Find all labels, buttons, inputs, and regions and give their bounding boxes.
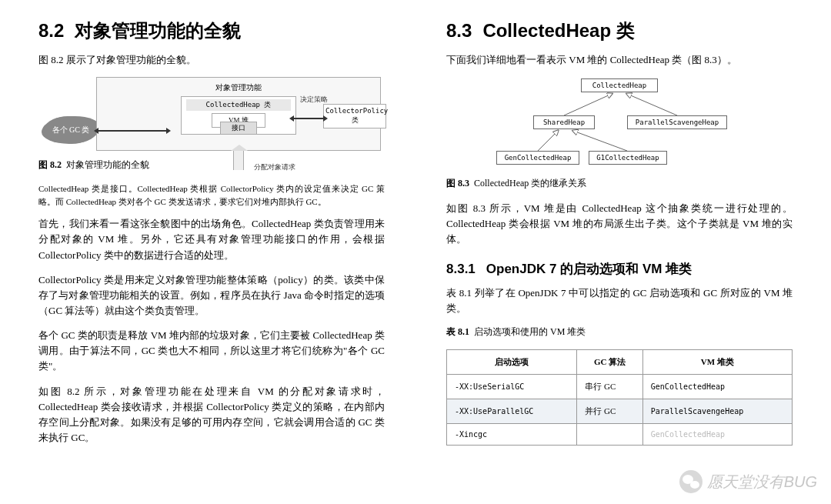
svg-line-3 xyxy=(573,131,627,151)
intro-text: 下面我们详细地看一看表示 VM 堆的 CollectedHeap 类（图 8.3… xyxy=(446,52,793,68)
alloc-request-label: 分配对象请求 xyxy=(254,162,295,172)
svg-line-1 xyxy=(627,94,677,115)
para-4: 如图 8.2 所示，对象管理功能在处理来自 VM 的分配对象请求时，Collec… xyxy=(38,384,385,446)
gc-cloud: 各个 GC 类 xyxy=(44,117,98,143)
collectedheap-box: CollectedHeap 类 VM 堆 接口 xyxy=(181,96,296,135)
watermark-text: 愿天堂没有BUG xyxy=(707,472,817,492)
section-8-2-heading: 8.2对象管理功能的全貌 xyxy=(38,18,385,43)
arrow-up-icon xyxy=(233,150,244,170)
wechat-icon xyxy=(679,470,703,493)
table-8-1: 启动选项 GC 算法 VM 堆类 -XX:UseSerialGC 串行 GC G… xyxy=(446,349,793,446)
arrow-right-icon xyxy=(294,118,323,119)
intro-text: 图 8.2 展示了对象管理功能的全貌。 xyxy=(38,52,385,68)
uml-collectedheap: CollectedHeap xyxy=(581,78,658,92)
object-mgmt-title: 对象管理功能 xyxy=(105,82,372,93)
subsection-number: 8.3.1 xyxy=(446,262,476,276)
left-column: 8.2对象管理功能的全貌 图 8.2 展示了对象管理功能的全貌。 各个 GC 类… xyxy=(23,18,416,455)
collectedheap-title: CollectedHeap 类 xyxy=(186,99,291,111)
figure-8-3: CollectedHeap SharedHeap ParallelScaveng… xyxy=(496,77,743,169)
section-number: 8.2 xyxy=(38,20,64,41)
interface-box: 接口 xyxy=(220,122,257,135)
section-number: 8.3 xyxy=(446,20,472,41)
table-row: -XX:UseParallelGC 并行 GC ParallelScavenge… xyxy=(447,399,793,423)
para-1: 首先，我们来看一看这张全貌图中的出场角色。CollectedHeap 类负责管理… xyxy=(38,216,385,262)
arrow-left-icon xyxy=(98,130,166,132)
uml-sharedheap: SharedHeap xyxy=(533,115,595,129)
uml-g1collectedheap: G1CollectedHeap xyxy=(589,151,667,165)
th-option: 启动选项 xyxy=(447,349,577,374)
table-header-row: 启动选项 GC 算法 VM 堆类 xyxy=(447,349,793,374)
svg-line-0 xyxy=(564,94,612,115)
figure-8-2: 各个 GC 类 在需要时执行 GC 对象管理功能 决定策略 CollectedH… xyxy=(92,77,385,151)
subsection-title: OpenJDK 7 的启动选项和 VM 堆类 xyxy=(486,262,692,276)
subsection-8-3-1-heading: 8.3.1OpenJDK 7 的启动选项和 VM 堆类 xyxy=(446,260,793,278)
small-desc: CollectedHeap 类是接口。CollectedHeap 类根据 Col… xyxy=(38,182,385,209)
table-row: -XX:UseSerialGC 串行 GC GenCollectedHeap xyxy=(447,374,793,399)
para-2: CollectorPolicy 类是用来定义对象管理功能整体策略（policy）… xyxy=(38,272,385,319)
section-title: 对象管理功能的全貌 xyxy=(75,20,241,41)
th-algo: GC 算法 xyxy=(577,349,642,374)
para-r1: 如图 8.3 所示，VM 堆是由 CollectedHeap 这个抽象类统一进行… xyxy=(446,201,793,247)
section-8-3-heading: 8.3CollectedHeap 类 xyxy=(446,18,793,43)
right-column: 8.3CollectedHeap 类 下面我们详细地看一看表示 VM 堆的 Co… xyxy=(416,18,808,455)
figure-8-3-caption: 图 8.3 CollectedHeap 类的继承关系 xyxy=(446,177,793,190)
uml-parallelscavengeheap: ParallelScavengeHeap xyxy=(627,115,727,129)
page: 8.2对象管理功能的全貌 图 8.2 展示了对象管理功能的全貌。 各个 GC 类… xyxy=(0,0,831,455)
object-mgmt-box: 对象管理功能 决定策略 CollectedHeap 类 VM 堆 接口 Coll… xyxy=(96,77,381,151)
figure-8-2-caption: 图 8.2 对象管理功能的全貌 xyxy=(38,159,385,172)
svg-line-2 xyxy=(538,131,558,151)
para-3: 各个 GC 类的职责是释放 VM 堆内部的垃圾对象，它们主要被 Collecte… xyxy=(38,328,385,374)
uml-gencollectedheap: GenCollectedHeap xyxy=(496,151,579,165)
th-class: VM 堆类 xyxy=(642,349,792,374)
table-8-1-caption: 表 8.1 启动选项和使用的 VM 堆类 xyxy=(446,325,793,339)
section-title: CollectedHeap 类 xyxy=(482,20,634,41)
table-row: -Xincgc GenCollectedHeap xyxy=(447,423,793,445)
para-r2: 表 8.1 列举了在 OpenJDK 7 中可以指定的 GC 启动选项和 GC … xyxy=(446,285,793,316)
watermark: 愿天堂没有BUG xyxy=(679,470,817,493)
collectorpolicy-box: CollectorPolicy 类 xyxy=(323,104,386,128)
table-body: -XX:UseSerialGC 串行 GC GenCollectedHeap -… xyxy=(447,374,793,445)
